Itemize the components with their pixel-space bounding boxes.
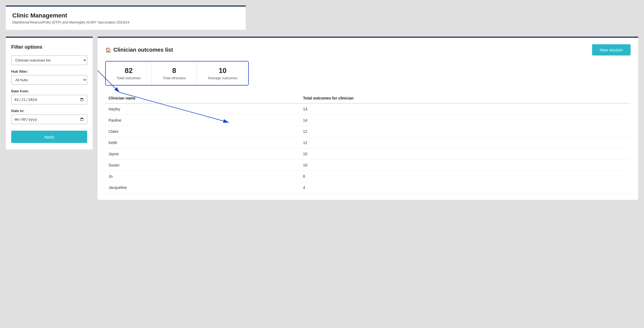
clinician-name-cell: Jacqueline [105, 182, 300, 193]
table-row: Keith 12 [105, 137, 631, 148]
table-row: Jayne 10 [105, 148, 631, 160]
outcomes-cell: 4 [300, 182, 631, 193]
outcomes-cell: 12 [300, 126, 631, 137]
table-row: Pauline 14 [105, 115, 631, 126]
panel-title: 🏠 Clinician outcomes list [105, 47, 173, 53]
clinician-name-cell: Susan [105, 160, 300, 171]
clinician-name-cell: Pauline [105, 115, 300, 126]
clinician-name-cell: Jo [105, 171, 300, 182]
date-to-input[interactable] [11, 115, 87, 124]
main-layout: Filter options Clinician outcomes list S… [5, 37, 639, 200]
apply-button[interactable]: Apply [11, 131, 87, 143]
col-total-outcomes: Total outcomes for clinician [300, 93, 631, 103]
stat-average-outcomes-number: 10 [208, 66, 237, 75]
page-title: Clinic Management [12, 12, 239, 19]
clinician-name-cell: Claire [105, 126, 300, 137]
table-header-row: Clinician name Total outcomes for clinic… [105, 93, 631, 103]
col-clinician-name: Clinician name [105, 93, 300, 103]
hub-filter-group: Hub filter: All hubs [11, 69, 87, 85]
outcomes-cell: 12 [300, 137, 631, 148]
view-select[interactable]: Clinician outcomes list Session list [11, 55, 87, 65]
clinician-name-cell: Hayley [105, 103, 300, 115]
hub-filter-label: Hub filter: [11, 69, 87, 74]
stat-total-clinicians-label: Total clinicians [163, 76, 186, 80]
outcomes-cell: 14 [300, 103, 631, 115]
header-card: Clinic Management Diphtheria/Tetanus/Pol… [5, 5, 246, 30]
page-subtitle: Diphtheria/Tetanus/Polio (DTP) and Menin… [12, 20, 239, 24]
content-panel: 🏠 Clinician outcomes list New session 82… [97, 37, 639, 200]
stat-total-outcomes: 82 Total outcomes [106, 61, 152, 85]
new-session-button[interactable]: New session [592, 44, 631, 55]
date-from-input[interactable] [11, 95, 87, 104]
panel-header: 🏠 Clinician outcomes list New session [105, 44, 631, 55]
stat-total-outcomes-number: 82 [117, 66, 140, 75]
stat-total-clinicians: 8 Total clinicians [152, 61, 197, 85]
table-row: Susan 10 [105, 160, 631, 171]
filter-title: Filter options [11, 44, 87, 50]
clinician-table: Clinician name Total outcomes for clinic… [105, 93, 631, 193]
clinician-name-cell: Jayne [105, 148, 300, 160]
stats-container: 82 Total outcomes 8 Total clinicians 10 … [105, 61, 249, 86]
view-select-group: Clinician outcomes list Session list [11, 55, 87, 65]
stat-total-clinicians-number: 8 [163, 66, 186, 75]
house-icon: 🏠 [105, 47, 111, 53]
clinician-name-cell: Keith [105, 137, 300, 148]
table-row: Jo 6 [105, 171, 631, 182]
date-to-label: Date to: [11, 109, 87, 113]
date-from-group: Date from: [11, 89, 87, 104]
filter-sidebar: Filter options Clinician outcomes list S… [5, 37, 93, 150]
outcomes-cell: 6 [300, 171, 631, 182]
outcomes-cell: 10 [300, 160, 631, 171]
table-row: Jacqueline 4 [105, 182, 631, 193]
stat-average-outcomes: 10 Average outcomes [197, 61, 248, 85]
outcomes-cell: 14 [300, 115, 631, 126]
table-row: Hayley 14 [105, 103, 631, 115]
date-to-group: Date to: [11, 109, 87, 124]
hub-filter-select[interactable]: All hubs [11, 75, 87, 85]
table-row: Claire 12 [105, 126, 631, 137]
outcomes-cell: 10 [300, 148, 631, 160]
stat-total-outcomes-label: Total outcomes [117, 76, 140, 80]
stat-average-outcomes-label: Average outcomes [208, 76, 237, 80]
date-from-label: Date from: [11, 89, 87, 93]
